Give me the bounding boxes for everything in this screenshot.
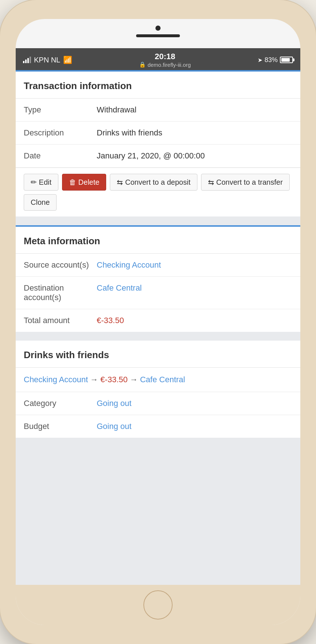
signal-bars	[23, 57, 31, 63]
destination-account-row: Destination account(s) Cafe Central	[16, 277, 300, 309]
description-row: Description Drinks with friends	[16, 122, 300, 145]
flow-amount: €-33.50	[100, 375, 128, 384]
signal-bar-4	[30, 57, 31, 63]
signal-bar-1	[23, 61, 24, 63]
transaction-detail-header: Drinks with friends	[16, 341, 300, 368]
status-bar: KPN NL 📶 20:18 🔒 demo.firefly-iii.org ➤ …	[16, 48, 300, 70]
section-gap-2	[16, 333, 300, 341]
url-text: demo.firefly-iii.org	[147, 62, 190, 68]
transaction-detail-card: Drinks with friends Checking Account → €…	[16, 341, 300, 438]
flow-arrow-2: →	[130, 375, 138, 384]
action-buttons: ✏ Edit 🗑 Delete ⇆ Convert to a deposit ⇆…	[16, 168, 300, 216]
convert-deposit-button[interactable]: ⇆ Convert to a deposit	[110, 174, 197, 191]
date-label: Date	[24, 151, 97, 161]
location-icon: ➤	[258, 57, 262, 64]
flow-arrow-1: →	[90, 375, 98, 384]
type-label: Type	[24, 105, 97, 115]
date-value: January 21, 2020, @ 00:00:00	[97, 151, 292, 161]
section-gap-1	[16, 218, 300, 225]
edit-button[interactable]: ✏ Edit	[24, 174, 58, 191]
source-account-label: Source account(s)	[24, 260, 97, 270]
budget-row: Budget Going out	[16, 415, 300, 438]
home-button-area	[16, 585, 300, 625]
home-button[interactable]	[143, 590, 173, 620]
category-row: Category Going out	[16, 392, 300, 415]
status-right: ➤ 83%	[258, 56, 293, 64]
category-label: Category	[24, 399, 97, 408]
battery-icon	[280, 57, 293, 63]
description-value: Drinks with friends	[97, 128, 292, 138]
battery-percent: 83%	[265, 56, 278, 64]
destination-account-label: Destination account(s)	[24, 283, 97, 302]
flow-source[interactable]: Checking Account	[24, 375, 88, 384]
battery-fill	[281, 58, 290, 62]
total-amount-label: Total amount	[24, 316, 97, 325]
total-amount-row: Total amount €-33.50	[16, 309, 300, 332]
type-value: Withdrawal	[97, 105, 292, 115]
speaker	[136, 34, 180, 37]
content-area: Transaction information Type Withdrawal …	[16, 70, 300, 585]
phone-device: KPN NL 📶 20:18 🔒 demo.firefly-iii.org ➤ …	[0, 0, 316, 644]
date-row: Date January 21, 2020, @ 00:00:00	[16, 145, 300, 168]
status-left: KPN NL 📶	[23, 55, 72, 64]
lock-icon: 🔒	[139, 61, 146, 68]
source-account-row: Source account(s) Checking Account	[16, 254, 300, 277]
phone-top-elements	[136, 26, 180, 37]
clone-button[interactable]: Clone	[24, 194, 57, 211]
convert-transfer-button[interactable]: ⇆ Convert to a transfer	[201, 174, 290, 191]
signal-bar-3	[27, 58, 29, 63]
source-account-value[interactable]: Checking Account	[97, 260, 292, 270]
category-value[interactable]: Going out	[97, 399, 292, 408]
budget-value[interactable]: Going out	[97, 422, 292, 431]
type-row: Type Withdrawal	[16, 99, 300, 122]
transaction-info-card: Transaction information Type Withdrawal …	[16, 72, 300, 216]
meta-info-header: Meta information	[16, 227, 300, 254]
flow-destination[interactable]: Cafe Central	[140, 375, 185, 384]
status-center: 20:18 🔒 demo.firefly-iii.org	[139, 52, 190, 68]
description-label: Description	[24, 128, 97, 138]
delete-button[interactable]: 🗑 Delete	[62, 174, 106, 191]
carrier-name: KPN NL	[34, 56, 60, 64]
total-amount-value: €-33.50	[97, 316, 292, 325]
camera	[155, 26, 161, 31]
wifi-icon: 📶	[63, 55, 72, 64]
transaction-info-header: Transaction information	[16, 72, 300, 99]
phone-screen: KPN NL 📶 20:18 🔒 demo.firefly-iii.org ➤ …	[16, 19, 300, 625]
url-bar: 🔒 demo.firefly-iii.org	[139, 61, 190, 68]
meta-info-card: Meta information Source account(s) Check…	[16, 227, 300, 332]
signal-bar-2	[25, 60, 27, 63]
budget-label: Budget	[24, 422, 97, 431]
transaction-flow-row: Checking Account → €-33.50 → Cafe Centra…	[16, 368, 300, 392]
status-time: 20:18	[155, 52, 175, 61]
destination-account-value[interactable]: Cafe Central	[97, 283, 292, 302]
